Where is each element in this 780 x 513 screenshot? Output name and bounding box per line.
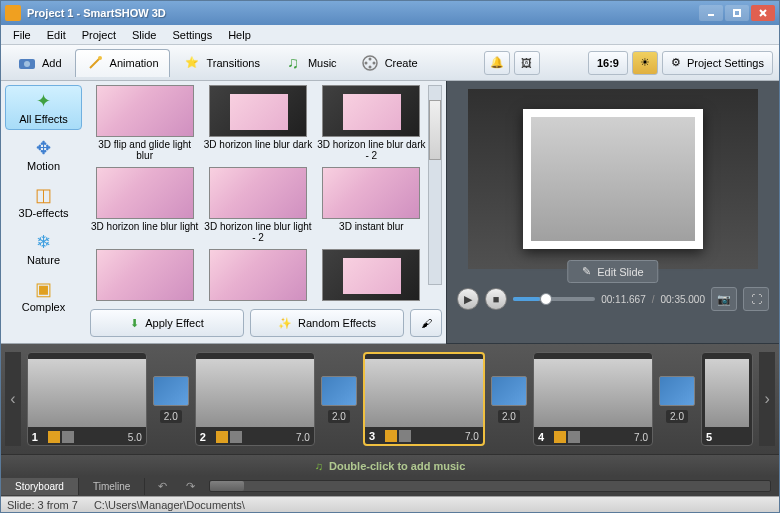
slide-item[interactable]: 5 — [701, 352, 753, 446]
svg-point-5 — [24, 61, 30, 67]
apply-effect-button[interactable]: ⬇ Apply Effect — [90, 309, 244, 337]
category-label: 3D-effects — [19, 207, 69, 219]
effect-item[interactable]: 3D flip and glide light blur — [90, 85, 199, 163]
timeline-scrollbar[interactable] — [209, 480, 771, 492]
time-current: 00:11.667 — [601, 294, 646, 305]
snapshot-button[interactable]: 📷 — [711, 287, 737, 311]
music-hint: Double-click to add music — [329, 460, 465, 472]
timeline-next[interactable]: › — [759, 352, 775, 446]
menu-help[interactable]: Help — [220, 27, 259, 43]
menu-file[interactable]: File — [5, 27, 39, 43]
sun-icon: ☀ — [640, 56, 650, 69]
camera-icon — [18, 54, 36, 72]
menu-settings[interactable]: Settings — [164, 27, 220, 43]
music-note-icon: ♫ — [315, 460, 323, 472]
edit-slide-button[interactable]: ✎ Edit Slide — [567, 260, 658, 283]
maximize-button[interactable] — [725, 5, 749, 21]
effect-item[interactable]: 3D instant blur — [317, 167, 426, 245]
stop-button[interactable]: ■ — [485, 288, 507, 310]
category-label: Motion — [27, 160, 60, 172]
tab-add[interactable]: Add — [7, 49, 73, 77]
effects-panel: ✦ All Effects ✥ Motion ◫ 3D-effects ❄ Na… — [1, 81, 446, 344]
status-path: C:\Users\Manager\Documents\ — [94, 499, 245, 511]
fullscreen-button[interactable]: ⛶ — [743, 287, 769, 311]
effect-item[interactable]: 3D horizon line blur light - 2 — [203, 167, 312, 245]
tab-transitions[interactable]: ⭐ Transitions — [172, 49, 271, 77]
tab-animation[interactable]: Animation — [75, 49, 170, 77]
menu-edit[interactable]: Edit — [39, 27, 74, 43]
redo-button[interactable]: ↷ — [179, 478, 201, 494]
window-title: Project 1 - SmartSHOW 3D — [27, 7, 697, 19]
play-icon: ▶ — [464, 293, 472, 306]
music-track[interactable]: ♫ Double-click to add music — [1, 454, 779, 476]
layers-icon: ▣ — [34, 279, 54, 299]
play-button[interactable]: ▶ — [457, 288, 479, 310]
tab-create-label: Create — [385, 57, 418, 69]
category-motion[interactable]: ✥ Motion — [5, 132, 82, 177]
svg-point-7 — [98, 56, 102, 60]
svg-point-12 — [364, 61, 367, 64]
category-all-effects[interactable]: ✦ All Effects — [5, 85, 82, 130]
category-3d-effects[interactable]: ◫ 3D-effects — [5, 179, 82, 224]
menu-project[interactable]: Project — [74, 27, 124, 43]
slide-item[interactable]: 3 7.0 — [363, 352, 485, 446]
effect-item[interactable] — [90, 249, 199, 307]
slide-item[interactable]: 4 7.0 — [533, 352, 653, 446]
background-button[interactable]: ☀ — [632, 51, 658, 75]
tab-create[interactable]: Create — [350, 49, 429, 77]
expand-icon: ⛶ — [751, 293, 762, 305]
puzzle-icon: ✦ — [34, 91, 54, 111]
random-effects-button[interactable]: ✨ Random Effects — [250, 309, 404, 337]
effect-item[interactable] — [317, 249, 426, 307]
category-label: Complex — [22, 301, 65, 313]
svg-line-6 — [90, 58, 100, 68]
svg-point-11 — [368, 65, 371, 68]
seek-slider[interactable] — [513, 297, 595, 301]
brush-icon: 🖌 — [421, 317, 432, 329]
tab-transitions-label: Transitions — [207, 57, 260, 69]
effect-item[interactable]: 3D horizon line blur dark - 2 — [317, 85, 426, 163]
close-button[interactable] — [751, 5, 775, 21]
slide-item[interactable]: 1 5.0 — [27, 352, 147, 446]
pencil-icon: ✎ — [582, 265, 591, 278]
status-slide-info: Slide: 3 from 7 — [7, 499, 78, 511]
timeline-prev[interactable]: ‹ — [5, 352, 21, 446]
star-icon: ⭐ — [183, 54, 201, 72]
effect-item[interactable] — [203, 249, 312, 307]
menu-slide[interactable]: Slide — [124, 27, 164, 43]
transition-item[interactable]: 2.0 — [321, 352, 357, 446]
transition-item[interactable]: 2.0 — [153, 352, 189, 446]
preview-panel: ✎ Edit Slide ▶ ■ 00:11.667 / 00:35.000 📷… — [446, 81, 779, 344]
gear-icon: ⚙ — [671, 56, 681, 69]
tab-music[interactable]: ♫ Music — [273, 49, 348, 77]
bell-button[interactable]: 🔔 — [484, 51, 510, 75]
effects-scrollbar[interactable] — [428, 85, 442, 285]
cube-icon: ◫ — [34, 185, 54, 205]
category-nature[interactable]: ❄ Nature — [5, 226, 82, 271]
project-settings-button[interactable]: ⚙ Project Settings — [662, 51, 773, 75]
undo-icon: ↶ — [158, 480, 167, 493]
category-label: All Effects — [19, 113, 68, 125]
tab-music-label: Music — [308, 57, 337, 69]
undo-button[interactable]: ↶ — [151, 478, 173, 494]
wand-icon — [86, 54, 104, 72]
transition-item[interactable]: 2.0 — [659, 352, 695, 446]
time-total: 00:35.000 — [661, 294, 706, 305]
top-tabs: Add Animation ⭐ Transitions ♫ Music Crea… — [1, 45, 779, 81]
minimize-button[interactable] — [699, 5, 723, 21]
view-storyboard[interactable]: Storyboard — [1, 478, 79, 495]
camera-icon: 📷 — [717, 293, 731, 306]
arrow-down-icon: ⬇ — [130, 317, 139, 330]
view-timeline[interactable]: Timeline — [79, 478, 145, 495]
effect-item[interactable]: 3D horizon line blur dark — [203, 85, 312, 163]
gallery-button[interactable]: 🖼 — [514, 51, 540, 75]
sparkle-icon: ✨ — [278, 317, 292, 330]
effects-categories: ✦ All Effects ✥ Motion ◫ 3D-effects ❄ Na… — [1, 81, 86, 343]
brush-button[interactable]: 🖌 — [410, 309, 442, 337]
category-complex[interactable]: ▣ Complex — [5, 273, 82, 318]
aspect-ratio[interactable]: 16:9 — [588, 51, 628, 75]
slide-item[interactable]: 2 7.0 — [195, 352, 315, 446]
stop-icon: ■ — [493, 293, 500, 305]
transition-item[interactable]: 2.0 — [491, 352, 527, 446]
effect-item[interactable]: 3D horizon line blur light — [90, 167, 199, 245]
